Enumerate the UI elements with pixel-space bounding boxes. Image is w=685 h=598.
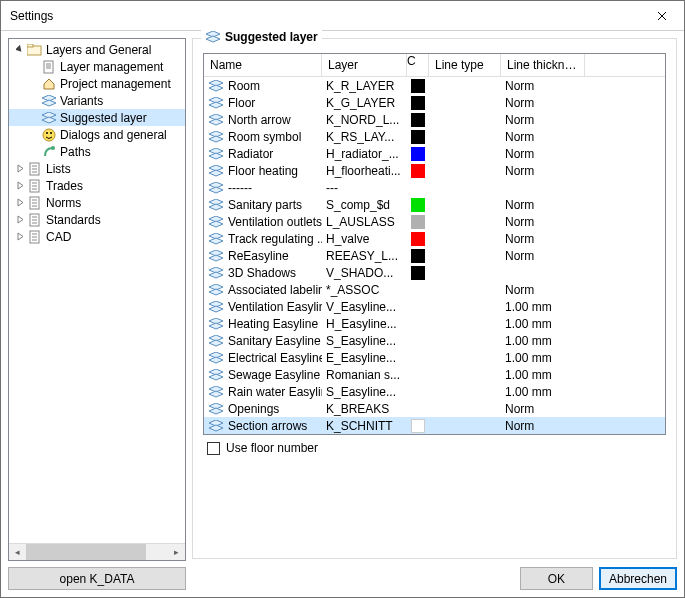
tree-item-lists[interactable]: Lists bbox=[9, 160, 185, 177]
tree-item-trades[interactable]: Trades bbox=[9, 177, 185, 194]
close-icon bbox=[657, 11, 667, 21]
cell-layer: K_G_LAYER bbox=[322, 94, 407, 111]
cell-linetype bbox=[429, 383, 501, 400]
th-linetype[interactable]: Line type bbox=[429, 54, 501, 76]
color-swatch bbox=[411, 198, 425, 212]
cell-name: ReEasyline bbox=[204, 247, 322, 264]
tree[interactable]: Layers and General Layer managementProje… bbox=[9, 39, 185, 543]
tree-root-layers-general[interactable]: Layers and General bbox=[9, 41, 185, 58]
layer-icon bbox=[208, 352, 224, 364]
tree-item-dialogs-and-general[interactable]: Dialogs and general bbox=[9, 126, 185, 143]
svg-point-8 bbox=[50, 132, 52, 134]
cell-linetype bbox=[429, 145, 501, 162]
cell-color bbox=[407, 162, 429, 179]
scroll-right-icon[interactable]: ▸ bbox=[168, 544, 185, 560]
table-row[interactable]: 3D ShadowsV_SHADO... bbox=[204, 264, 665, 281]
svg-point-9 bbox=[51, 146, 55, 150]
th-color[interactable]: C bbox=[407, 54, 429, 76]
layer-icon bbox=[208, 216, 224, 228]
tree-item-norms[interactable]: Norms bbox=[9, 194, 185, 211]
color-swatch bbox=[411, 419, 425, 433]
cell-name: Ventilation Easyline bbox=[204, 298, 322, 315]
doc-icon bbox=[41, 59, 57, 75]
table-row[interactable]: OpeningsK_BREAKSNorm bbox=[204, 400, 665, 417]
settings-window: Settings Layers and General bbox=[0, 0, 685, 598]
scroll-left-icon[interactable]: ◂ bbox=[9, 544, 26, 560]
tree-item-cad[interactable]: CAD bbox=[9, 228, 185, 245]
cell-linethickness: 1.00 mm bbox=[501, 383, 585, 400]
table-row[interactable]: RoomK_R_LAYERNorm bbox=[204, 77, 665, 94]
scroll-thumb[interactable] bbox=[26, 544, 146, 560]
table-row[interactable]: Rain water EasylineS_Easyline...1.00 mm bbox=[204, 383, 665, 400]
tree-h-scrollbar[interactable]: ◂ ▸ bbox=[9, 543, 185, 560]
table-row[interactable]: North arrowK_NORD_L...Norm bbox=[204, 111, 665, 128]
expander-open-icon[interactable] bbox=[13, 43, 27, 57]
tree-item-paths[interactable]: Paths bbox=[9, 143, 185, 160]
table-row[interactable]: --------- bbox=[204, 179, 665, 196]
tree-item-suggested-layer[interactable]: Suggested layer bbox=[9, 109, 185, 126]
cell-linethickness: Norm bbox=[501, 417, 585, 434]
cell-layer: Romanian s... bbox=[322, 366, 407, 383]
ok-button[interactable]: OK bbox=[520, 567, 593, 590]
table-row[interactable]: Floor heatingH_floorheati...Norm bbox=[204, 162, 665, 179]
tree-item-layer-management[interactable]: Layer management bbox=[9, 58, 185, 75]
th-linethickness[interactable]: Line thickness bbox=[501, 54, 585, 76]
table-row[interactable]: Sanitary EasylineS_Easyline...1.00 mm bbox=[204, 332, 665, 349]
cell-layer: H_floorheati... bbox=[322, 162, 407, 179]
cell-name: Electrical Easyline bbox=[204, 349, 322, 366]
row-name-label: Radiator bbox=[228, 147, 273, 161]
cell-layer: V_Easyline... bbox=[322, 298, 407, 315]
expander-closed-icon[interactable] bbox=[13, 230, 27, 244]
table-row[interactable]: Track regulating ...H_valveNorm bbox=[204, 230, 665, 247]
cell-linetype bbox=[429, 332, 501, 349]
table-row[interactable]: Room symbolK_RS_LAY...Norm bbox=[204, 128, 665, 145]
row-name-label: Sanitary Easyline bbox=[228, 334, 321, 348]
expander-closed-icon[interactable] bbox=[13, 162, 27, 176]
expander-closed-icon[interactable] bbox=[13, 213, 27, 227]
table-row[interactable]: Heating EasylineH_Easyline...1.00 mm bbox=[204, 315, 665, 332]
cell-linethickness: Norm bbox=[501, 196, 585, 213]
table-row[interactable]: ReEasylineREEASY_L...Norm bbox=[204, 247, 665, 264]
th-layer[interactable]: Layer bbox=[322, 54, 407, 76]
row-name-label: ------ bbox=[228, 181, 252, 195]
color-swatch bbox=[411, 96, 425, 110]
cell-linetype bbox=[429, 179, 501, 196]
color-swatch bbox=[411, 215, 425, 229]
table-row[interactable]: Section arrowsK_SCHNITTNorm bbox=[204, 417, 665, 434]
cell-color bbox=[407, 94, 429, 111]
tree-item-project-management[interactable]: Project management bbox=[9, 75, 185, 92]
table-row[interactable]: FloorK_G_LAYERNorm bbox=[204, 94, 665, 111]
table-row[interactable]: Associated labeling*_ASSOCNorm bbox=[204, 281, 665, 298]
cell-color bbox=[407, 417, 429, 434]
expander-closed-icon[interactable] bbox=[13, 179, 27, 193]
tree-item-variants[interactable]: Variants bbox=[9, 92, 185, 109]
tree-container: Layers and General Layer managementProje… bbox=[8, 38, 186, 561]
cancel-button[interactable]: Abbrechen bbox=[599, 567, 677, 590]
table-row[interactable]: RadiatorH_radiator_...Norm bbox=[204, 145, 665, 162]
cell-layer: K_R_LAYER bbox=[322, 77, 407, 94]
table-row[interactable]: Ventilation outletsL_AUSLASSNorm bbox=[204, 213, 665, 230]
table-row[interactable]: Sanitary partsS_comp_$dNorm bbox=[204, 196, 665, 213]
tree-item-standards[interactable]: Standards bbox=[9, 211, 185, 228]
expander-closed-icon[interactable] bbox=[13, 196, 27, 210]
tree-label: CAD bbox=[46, 230, 71, 244]
use-floor-number-checkbox[interactable] bbox=[207, 442, 220, 455]
cell-linethickness: Norm bbox=[501, 162, 585, 179]
table-row[interactable]: Ventilation EasylineV_Easyline...1.00 mm bbox=[204, 298, 665, 315]
svg-point-6 bbox=[43, 129, 55, 141]
close-button[interactable] bbox=[639, 1, 684, 30]
use-floor-number-row[interactable]: Use floor number bbox=[203, 441, 666, 455]
tree-label: Layers and General bbox=[46, 43, 151, 57]
left-panel: Layers and General Layer managementProje… bbox=[8, 38, 186, 590]
cell-name: ------ bbox=[204, 179, 322, 196]
cell-linethickness: 1.00 mm bbox=[501, 332, 585, 349]
table-row[interactable]: Sewage EasylineRomanian s...1.00 mm bbox=[204, 366, 665, 383]
svg-rect-2 bbox=[44, 61, 53, 73]
svg-point-7 bbox=[46, 132, 48, 134]
row-name-label: Openings bbox=[228, 402, 279, 416]
row-name-label: Floor bbox=[228, 96, 255, 110]
table-row[interactable]: Electrical EasylineE_Easyline...1.00 mm bbox=[204, 349, 665, 366]
th-name[interactable]: Name bbox=[204, 54, 322, 76]
open-kdata-button[interactable]: open K_DATA bbox=[8, 567, 186, 590]
cell-layer: K_RS_LAY... bbox=[322, 128, 407, 145]
